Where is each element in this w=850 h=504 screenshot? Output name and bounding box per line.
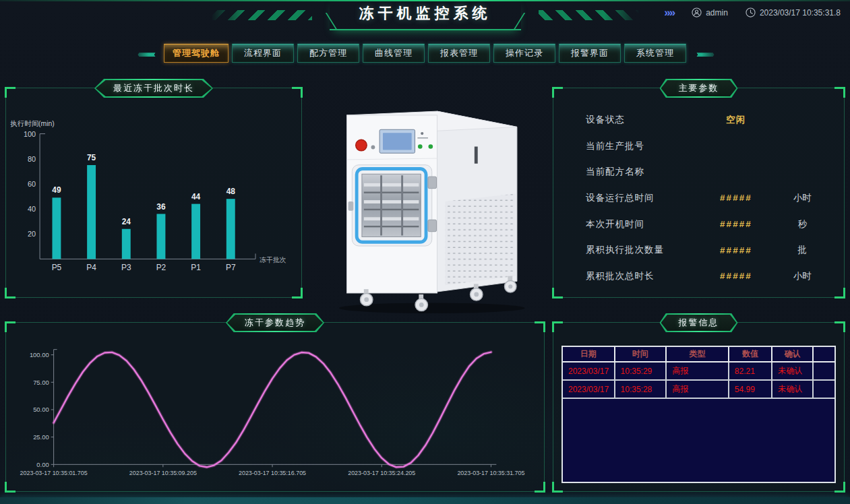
- param-label: 累积执行批次数量: [586, 244, 699, 256]
- alarm-col-spacer: [813, 347, 834, 362]
- alarm-cell: 82.21: [729, 362, 772, 380]
- svg-text:0.00: 0.00: [36, 461, 49, 468]
- user-name: admin: [706, 8, 728, 18]
- panel-batch-duration: 最近冻干批次时长 执行时间(min)冻干批次2040608010049P575P…: [5, 88, 302, 298]
- param-row: 累积执行批次数量#####批: [586, 244, 832, 256]
- app-title-frame: 冻干机监控系统: [330, 0, 521, 30]
- param-row: 当前配方名称: [586, 166, 832, 178]
- nav-tab-7[interactable]: 报警界面: [559, 44, 621, 63]
- panel-title: 主要参数: [679, 82, 719, 94]
- alarm-cell: 高报: [666, 362, 729, 380]
- nav-tab-8[interactable]: 系统管理: [624, 44, 686, 63]
- param-label: 累积批次总时长: [586, 270, 699, 282]
- svg-text:P2: P2: [156, 263, 166, 272]
- nav-right-chevrons-icon: ››››››››››››: [690, 49, 719, 59]
- svg-text:75.00: 75.00: [33, 379, 49, 386]
- svg-text:50.00: 50.00: [33, 406, 49, 413]
- nav-tab-5[interactable]: 报表管理: [428, 44, 490, 63]
- trend-line-chart: 0.0025.0050.0075.00100.002023-03-17 10:3…: [6, 323, 544, 491]
- param-value: #####: [699, 193, 773, 203]
- param-value: #####: [699, 219, 773, 229]
- bottom-accent-bar: [0, 497, 850, 504]
- nav-tab-1[interactable]: 管理驾驶舱: [164, 44, 229, 63]
- svg-text:100.00: 100.00: [30, 351, 49, 358]
- param-value: #####: [699, 245, 773, 255]
- alarm-table: 日期时间类型数值确认2023/03/1710:35:29高报82.21未确认20…: [563, 347, 834, 399]
- alarm-col-header: 日期: [563, 347, 615, 362]
- svg-text:48: 48: [226, 187, 236, 196]
- alarm-col-header: 类型: [666, 347, 729, 362]
- svg-text:P3: P3: [121, 263, 131, 272]
- user-icon: [692, 7, 702, 18]
- main-params-list: 设备状态空闲当前生产批号当前配方名称设备运行总时间#####小时本次开机时间##…: [553, 103, 844, 292]
- param-label: 设备运行总时间: [586, 192, 699, 204]
- svg-text:P7: P7: [226, 263, 236, 272]
- svg-text:80: 80: [28, 155, 36, 163]
- svg-text:20: 20: [28, 230, 36, 238]
- alarm-row[interactable]: 2023/03/1710:35:28高报54.99未确认: [563, 380, 834, 398]
- svg-text:执行时间(min): 执行时间(min): [10, 120, 54, 127]
- main-nav: ‹‹‹‹‹‹‹‹‹‹‹‹ 管理驾驶舱流程界面配方管理曲线管理报表管理操作记录报警…: [0, 42, 850, 64]
- datetime-text: 2023/03/17 10:35:31.8: [760, 8, 841, 18]
- header-stripes-left: [211, 10, 312, 20]
- alarm-cell: 2023/03/17: [563, 362, 615, 380]
- user-menu[interactable]: admin: [692, 7, 728, 18]
- panel-title: 报警信息: [679, 317, 719, 329]
- corner-bracket: [834, 321, 845, 332]
- svg-text:2023-03-17 10:35:31.705: 2023-03-17 10:35:31.705: [457, 470, 524, 476]
- panel-alarms: 报警信息 日期时间类型数值确认2023/03/1710:35:29高报82.21…: [553, 322, 845, 492]
- param-label: 设备状态: [586, 114, 699, 126]
- alarm-cell: 未确认: [772, 380, 812, 398]
- alarm-cell: 54.99: [729, 380, 772, 398]
- alarm-cell: 10:35:28: [615, 380, 667, 398]
- nav-tab-6[interactable]: 操作记录: [493, 44, 555, 63]
- svg-text:36: 36: [156, 202, 166, 212]
- datetime-display: 2023/03/17 10:35:31.8: [746, 7, 841, 18]
- nav-tab-2[interactable]: 流程界面: [232, 44, 294, 63]
- corner-bracket: [834, 482, 845, 493]
- param-row: 设备状态空闲: [586, 114, 832, 126]
- param-row: 累积批次总时长#####小时: [586, 270, 832, 282]
- alarm-table-container[interactable]: 日期时间类型数值确认2023/03/1710:35:29高报82.21未确认20…: [561, 346, 836, 483]
- alarm-row[interactable]: 2023/03/1710:35:29高报82.21未确认: [563, 362, 834, 380]
- param-label: 当前生产批号: [586, 140, 699, 152]
- svg-text:2023-03-17 10:35:24.205: 2023-03-17 10:35:24.205: [348, 470, 415, 476]
- nav-tab-3[interactable]: 配方管理: [297, 44, 359, 63]
- alarm-cell: 高报: [666, 380, 729, 398]
- param-label: 本次开机时间: [586, 218, 699, 230]
- svg-text:40: 40: [28, 205, 36, 213]
- alarm-cell: [813, 380, 834, 398]
- header: 冻干机监控系统 »» admin 2023/03/17 10:35:31.8: [0, 0, 850, 30]
- svg-text:冻干批次: 冻干批次: [260, 256, 286, 263]
- param-label: 当前配方名称: [586, 166, 699, 178]
- svg-text:44: 44: [191, 192, 201, 201]
- svg-text:25.00: 25.00: [33, 433, 49, 441]
- param-row: 设备运行总时间#####小时: [586, 192, 832, 204]
- alarm-col-header: 确认: [772, 347, 812, 362]
- param-row: 本次开机时间#####秒: [586, 218, 832, 230]
- svg-text:P1: P1: [191, 263, 201, 272]
- param-unit: 批: [772, 244, 832, 256]
- svg-text:P5: P5: [52, 263, 62, 272]
- param-value: #####: [699, 271, 773, 281]
- svg-text:60: 60: [28, 180, 36, 188]
- svg-text:75: 75: [87, 153, 96, 162]
- param-unit: 秒: [772, 218, 832, 230]
- svg-text:2023-03-17 10:35:01.705: 2023-03-17 10:35:01.705: [20, 470, 88, 476]
- param-unit: 小时: [772, 270, 832, 282]
- freeze-dryer-illustration: [309, 92, 545, 314]
- svg-text:49: 49: [52, 185, 61, 195]
- header-stripes-right: [539, 10, 640, 20]
- corner-bracket: [552, 87, 563, 98]
- batch-duration-bar-chart: 执行时间(min)冻干批次2040608010049P575P424P336P2…: [6, 88, 301, 297]
- param-value: 空闲: [699, 114, 773, 126]
- svg-text:P4: P4: [86, 263, 96, 272]
- svg-text:2023-03-17 10:35:16.705: 2023-03-17 10:35:16.705: [239, 470, 306, 476]
- param-row: 当前生产批号: [586, 140, 832, 152]
- fast-forward-icon[interactable]: »»: [664, 7, 674, 18]
- alarm-cell: 2023/03/17: [563, 380, 615, 398]
- panel-main-params: 主要参数 设备状态空闲当前生产批号当前配方名称设备运行总时间#####小时本次开…: [553, 88, 845, 298]
- nav-left-chevrons-icon: ‹‹‹‹‹‹‹‹‹‹‹‹: [131, 49, 160, 59]
- alarm-col-header: 数值: [729, 347, 772, 362]
- nav-tab-4[interactable]: 曲线管理: [363, 44, 425, 63]
